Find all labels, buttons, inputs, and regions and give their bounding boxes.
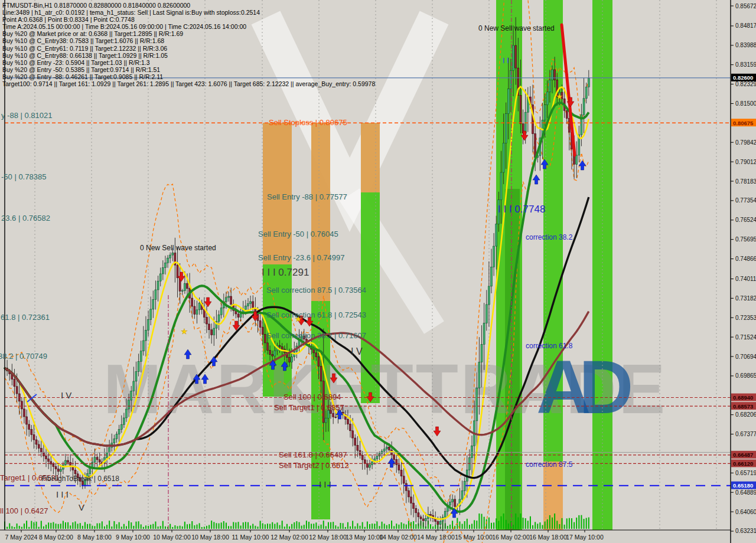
price-tick-label: 0.84817 bbox=[735, 22, 756, 29]
supply-demand-band[interactable] bbox=[361, 123, 380, 192]
time-tick-label: 10 May 18:00 bbox=[191, 534, 229, 541]
time-tick-label: 13 May 10:00 bbox=[346, 534, 383, 541]
time-tick-label: 15 May 10:00 bbox=[455, 534, 493, 541]
time-tick-label: 10 May 02:00 bbox=[153, 534, 191, 541]
price-tick-label: 0.81500 bbox=[735, 100, 756, 107]
price-tick-label: 0.64060 bbox=[735, 509, 756, 515]
info-line-buy1: Buy %20 @ Market price or at: 0.6368 || … bbox=[2, 30, 375, 37]
price-level-box-value: 0.66120 bbox=[733, 460, 753, 467]
price-tick-label: 0.85672 bbox=[735, 3, 756, 9]
info-line-buy6: Buy %20 @ Entry -50: 0.5385 || Target:0.… bbox=[2, 66, 375, 73]
info-line-symbol-ohlc: FTMUSDT-Bin,H1 0.81870000 0.82880000 0.8… bbox=[2, 2, 375, 9]
price-tick-label: 0.64889 bbox=[735, 489, 756, 496]
star-icon: ★ bbox=[181, 327, 188, 336]
price-tick-label: 0.74011 bbox=[735, 276, 756, 282]
price-tick-label: 0.78183 bbox=[735, 178, 756, 185]
time-tick-label: 8 May 02:00 bbox=[39, 534, 73, 541]
time-tick-label: 11 May 10:00 bbox=[232, 534, 269, 541]
time-tick-label: 17 May 10:00 bbox=[566, 534, 604, 541]
price-tick-label: 0.71524 bbox=[735, 334, 756, 341]
price-level-box-value: 0.82600 bbox=[733, 74, 753, 81]
price-level-box-value: 0.65180 bbox=[733, 482, 753, 489]
price-level-box-value: 0.68573 bbox=[733, 403, 753, 410]
info-line-buy4: Buy %10 @ C_Entry88: 0.66138 || Target:1… bbox=[2, 52, 375, 59]
info-line-targets: Target100: 0.9714 || Target 161: 1.0929 … bbox=[2, 80, 375, 87]
info-line-signal: Line:3489 | h1_atr_c0: 0.0192 | tema_h1_… bbox=[2, 9, 375, 16]
time-tick-label: 14 May 02:00 bbox=[379, 534, 417, 541]
time-tick-label: 7 May 2024 bbox=[5, 534, 38, 541]
price-tick-label: 0.79012 bbox=[735, 159, 756, 165]
info-line-buy2: Buy %10 @ C_Entry38: 0.7583 || Target:1.… bbox=[2, 37, 375, 44]
price-tick-label: 0.74866 bbox=[735, 256, 756, 262]
time-tick-label: 12 May 18:00 bbox=[309, 534, 347, 541]
price-level-box-value: 0.80675 bbox=[733, 120, 754, 126]
supply-demand-band[interactable] bbox=[311, 123, 330, 301]
time-tick-label: 8 May 18:00 bbox=[77, 534, 112, 541]
info-line-times: Time A:2024.05.15 00:00:00 | Time B:2024… bbox=[2, 23, 375, 30]
star-icon: ★ bbox=[556, 92, 563, 101]
time-tick-label: 14 May 18:00 bbox=[417, 534, 455, 541]
price-tick-label: 0.69865 bbox=[735, 372, 756, 379]
price-level-box-value: 0.68940 bbox=[733, 394, 753, 401]
star-icon: ★ bbox=[295, 315, 302, 323]
price-tick-label: 0.77354 bbox=[735, 197, 756, 204]
time-tick-label: 9 May 10:00 bbox=[116, 534, 150, 541]
price-tick-label: 0.67377 bbox=[735, 431, 756, 437]
supply-demand-band[interactable] bbox=[543, 462, 563, 530]
price-tick-label: 0.76524 bbox=[735, 217, 756, 223]
time-tick-label: 12 May 02:00 bbox=[271, 534, 308, 541]
price-tick-label: 0.83159 bbox=[735, 61, 756, 68]
price-tick-label: 0.82329 bbox=[735, 81, 756, 87]
time-tick-label: 16 May 18:00 bbox=[529, 534, 567, 541]
price-level-box-value: 0.66487 bbox=[733, 452, 753, 458]
price-tick-label: 0.79842 bbox=[735, 139, 756, 146]
info-line-buy7: Buy %20 @ Entry -88: 0.46261 || Target:0… bbox=[2, 73, 375, 80]
time-tick-label: 16 May 02:00 bbox=[492, 534, 530, 541]
brand-watermark-blue-d: D bbox=[579, 345, 633, 429]
price-tick-label: 0.70694 bbox=[735, 354, 756, 360]
price-tick-label: 0.83988 bbox=[735, 42, 756, 48]
supply-demand-band[interactable] bbox=[263, 123, 292, 264]
info-line-buy3: Buy %10 @ C_Entry61: 0.7119 || Target:2.… bbox=[2, 45, 375, 52]
price-tick-label: 0.75695 bbox=[735, 236, 756, 243]
info-panel: FTMUSDT-Bin,H1 0.81870000 0.82880000 0.8… bbox=[2, 2, 375, 87]
price-tick-label: 0.73182 bbox=[735, 295, 756, 302]
price-tick-label: 0.63231 bbox=[735, 528, 756, 534]
price-tick-label: 0.72353 bbox=[735, 315, 756, 321]
price-tick-label: 0.65719 bbox=[735, 470, 756, 476]
price-tick-label: 0.68206 bbox=[735, 411, 756, 418]
info-line-buy5: Buy %10 @ Entry -23: 0.5904 || Target:1.… bbox=[2, 59, 375, 66]
trading-chart-window: MARKETTRADEAD★★★0.856720.848170.839880.8… bbox=[0, 0, 756, 543]
info-line-points: Point A:0.6368 | Point B:0.8334 | Point … bbox=[2, 16, 375, 23]
